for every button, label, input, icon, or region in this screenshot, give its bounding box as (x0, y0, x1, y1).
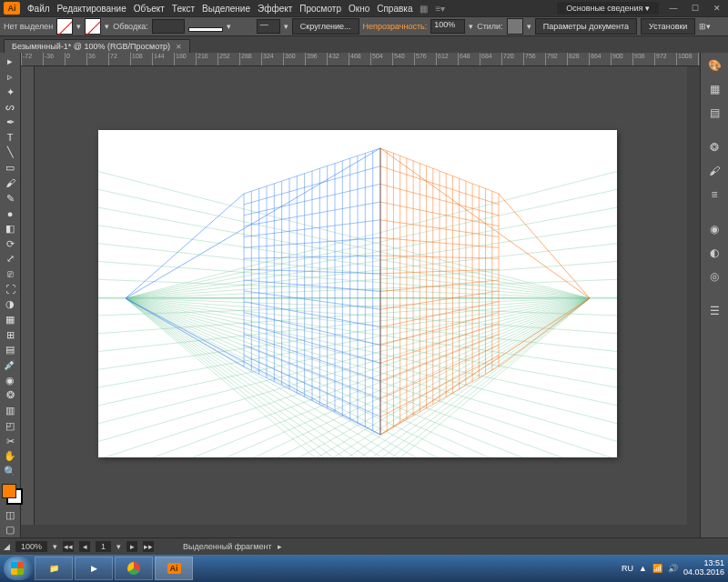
shape-builder-tool[interactable]: ◑ (1, 297, 19, 312)
app-logo-icon: Ai (4, 2, 20, 15)
line-tool[interactable]: ╲ (1, 146, 19, 160)
direct-select-tool[interactable]: ▹ (1, 70, 19, 85)
svg-line-141 (380, 148, 590, 298)
color-guide-panel-icon[interactable]: ▤ (705, 104, 723, 122)
taskbar-illustrator[interactable]: Ai (155, 557, 193, 580)
eyedropper-tool[interactable]: 💉 (1, 358, 19, 373)
status-info-label: Выделенный фрагмент (183, 542, 272, 551)
align-icon[interactable]: ⊞▾ (699, 22, 711, 31)
brushes-panel-icon[interactable]: 🖌 (705, 162, 723, 180)
stroke-weight-input[interactable] (152, 19, 185, 34)
style-swatch[interactable] (507, 18, 523, 35)
layers-panel-icon[interactable]: ☰ (705, 302, 723, 320)
workspace-switcher[interactable]: Основные сведения ▾ (557, 2, 659, 15)
brush-def[interactable]: — (257, 19, 280, 34)
lasso-tool[interactable]: ᔕ (1, 100, 19, 115)
type-tool[interactable]: T (1, 130, 19, 145)
settings-button[interactable]: Установки (641, 18, 695, 35)
transparency-panel-icon[interactable]: ◐ (705, 244, 723, 262)
menu-text[interactable]: Текст (172, 4, 195, 14)
document-tab-bar: Безымянный-1* @ 100% (RGB/Просмотр) ✕ (0, 36, 728, 53)
stroke-swatch[interactable] (85, 18, 101, 35)
close-tab-icon[interactable]: ✕ (176, 43, 182, 51)
menu-view[interactable]: Просмотр (299, 4, 341, 14)
gradient-tool[interactable]: ▤ (1, 343, 19, 357)
screen-mode-icon[interactable]: ▢ (1, 523, 19, 537)
selection-tool[interactable]: ▸ (1, 55, 19, 69)
bridge-icon[interactable]: ▦ (420, 4, 428, 14)
svg-line-19 (126, 298, 617, 337)
tray-clock[interactable]: 13:51 04.03.2016 (683, 559, 724, 577)
zoom-level[interactable]: 100% (15, 541, 47, 552)
svg-line-1 (126, 157, 617, 298)
fill-swatch[interactable] (56, 18, 73, 35)
system-tray[interactable]: RU ▲ 📶 🔊 13:51 04.03.2016 (622, 559, 724, 577)
color-panel-icon[interactable]: 🎨 (705, 56, 723, 75)
graphic-styles-panel-icon[interactable]: ◉ (705, 220, 723, 238)
brush-tool[interactable]: 🖌 (1, 176, 19, 191)
vertical-scrollbar[interactable] (687, 66, 700, 525)
tray-volume-icon[interactable]: 🔊 (668, 564, 678, 573)
scale-tool[interactable]: ⤢ (1, 252, 19, 266)
taskbar-chrome[interactable] (115, 557, 153, 580)
horizontal-scrollbar[interactable] (21, 525, 700, 537)
tray-flag-icon[interactable]: ▲ (639, 564, 647, 573)
width-tool[interactable]: ⎚ (1, 267, 19, 282)
svg-line-12 (98, 257, 590, 298)
next-artboard-button[interactable]: ▸▸ (143, 541, 154, 552)
menu-effect[interactable]: Эффект (258, 4, 292, 14)
magic-wand-tool[interactable]: ✦ (1, 85, 19, 99)
appearance-panel-icon[interactable]: ◎ (705, 267, 723, 286)
stroke-panel-icon[interactable]: ≡ (705, 186, 723, 204)
arrange-icon[interactable]: ≡▾ (435, 4, 445, 14)
taskbar-explorer[interactable]: 📁 (35, 557, 73, 580)
menu-window[interactable]: Окно (349, 4, 369, 14)
artboard-tool[interactable]: ◰ (1, 419, 19, 434)
minimize-button[interactable]: — (666, 3, 681, 14)
slice-tool[interactable]: ✂ (1, 434, 19, 448)
menu-edit[interactable]: Редактирование (57, 4, 126, 14)
doc-params-button[interactable]: Параметры документа (535, 18, 637, 35)
eraser-tool[interactable]: ◧ (1, 222, 19, 236)
opacity-input[interactable]: 100% (430, 19, 465, 34)
graph-tool[interactable]: ▥ (1, 404, 19, 418)
artboard-number[interactable]: 1 (96, 541, 111, 552)
free-transform-tool[interactable]: ⛶ (1, 282, 19, 296)
status-bar: ◢ 100%▾ ◂◂ ◂ 1▾ ▸ ▸▸ Выделенный фрагмент… (0, 537, 728, 555)
maximize-button[interactable]: ☐ (688, 3, 703, 14)
options-bar: Нет выделен ▾ ▾ Обводка: ▾ —▾ Скругление… (0, 16, 728, 36)
rounding-button[interactable]: Скругление... (292, 18, 359, 35)
menu-object[interactable]: Объект (134, 4, 165, 14)
tray-lang[interactable]: RU (622, 564, 633, 573)
rotate-tool[interactable]: ⟳ (1, 236, 19, 251)
menu-help[interactable]: Справка (377, 4, 412, 14)
close-button[interactable]: ✕ (710, 3, 724, 14)
stroke-profile[interactable] (188, 27, 223, 32)
next-button[interactable]: ▸ (126, 541, 137, 552)
swatches-panel-icon[interactable]: ▦ (705, 80, 723, 98)
hand-tool[interactable]: ✋ (1, 449, 19, 464)
perspective-grid-tool[interactable]: ▦ (1, 313, 19, 327)
fill-stroke-control[interactable] (1, 483, 19, 507)
menu-file[interactable]: Файл (27, 4, 50, 14)
prev-button[interactable]: ◂ (79, 541, 90, 552)
symbols-panel-icon[interactable]: ❂ (705, 138, 723, 156)
pencil-tool[interactable]: ✎ (1, 191, 19, 206)
svg-line-5 (126, 197, 617, 298)
tray-network-icon[interactable]: 📶 (652, 564, 662, 573)
rectangle-tool[interactable]: ▭ (1, 161, 19, 176)
mesh-tool[interactable]: ⊞ (1, 327, 19, 342)
taskbar-wmp[interactable]: ▶ (75, 557, 113, 580)
fill-color-icon[interactable] (2, 484, 16, 498)
zoom-tool[interactable]: 🔍 (1, 465, 19, 479)
prev-artboard-button[interactable]: ◂◂ (63, 541, 74, 552)
menu-select[interactable]: Выделение (202, 4, 250, 14)
document-tab[interactable]: Безымянный-1* @ 100% (RGB/Просмотр) ✕ (4, 39, 190, 53)
canvas-viewport[interactable] (35, 66, 687, 525)
blob-brush-tool[interactable]: ● (1, 206, 19, 221)
draw-mode-icon[interactable]: ◫ (1, 507, 19, 522)
pen-tool[interactable]: ✒ (1, 115, 19, 130)
blend-tool[interactable]: ◉ (1, 373, 19, 387)
symbol-sprayer-tool[interactable]: ❂ (1, 388, 19, 403)
start-button[interactable] (4, 557, 33, 580)
